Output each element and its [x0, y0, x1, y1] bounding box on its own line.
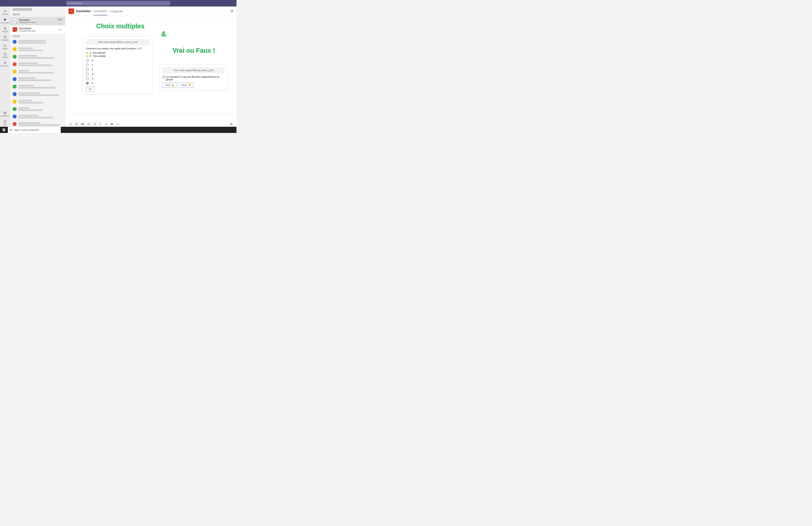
- chat-row-placeholder[interactable]: [10, 38, 65, 45]
- global-search[interactable]: Rechercher: [66, 1, 170, 5]
- presence-icon: [16, 22, 17, 24]
- rail-apps[interactable]: Applications: [0, 110, 10, 118]
- rail-teamgether[interactable]: TeamGeth…: [0, 59, 10, 68]
- stream-icon[interactable]: [111, 123, 113, 126]
- chat-list-header: [10, 6, 65, 12]
- chat-row-placeholder[interactable]: [10, 83, 65, 90]
- chat-row-placeholder[interactable]: [10, 105, 65, 113]
- chat-row-placeholder[interactable]: [10, 75, 65, 83]
- svg-point-29: [75, 123, 78, 125]
- thumbs-up-icon: 👍: [171, 84, 174, 86]
- radio-option-1[interactable]: 1: [86, 63, 149, 67]
- rail-activity[interactable]: Activité: [0, 8, 10, 16]
- rail-teams[interactable]: Équipes: [0, 25, 10, 34]
- point-right-icon: 👉: [86, 55, 89, 57]
- gif-icon[interactable]: GIF: [81, 123, 85, 126]
- more-icon[interactable]: •••: [116, 123, 120, 126]
- svg-rect-14: [5, 112, 6, 113]
- popout-icon[interactable]: [230, 10, 233, 13]
- conversation-title: TeamGether: [76, 10, 91, 13]
- radio-option-0[interactable]: 0: [86, 59, 149, 62]
- radio-label: 2: [92, 68, 93, 71]
- chat-title: TeamGether: [19, 27, 62, 30]
- avatar-placeholder: [13, 62, 17, 66]
- rail-calendar[interactable]: Calendrier: [0, 34, 10, 42]
- rail-calls[interactable]: Appels: [0, 42, 10, 51]
- ok-button[interactable]: OK: [86, 87, 95, 91]
- taskbar-rest: [61, 127, 236, 133]
- avatar-placeholder: [13, 115, 17, 118]
- true-button[interactable]: VRAI 👍: [162, 83, 177, 88]
- chat-row-placeholder[interactable]: [10, 60, 65, 68]
- send-icon[interactable]: [229, 123, 233, 126]
- radio-option-2[interactable]: 2: [86, 68, 149, 71]
- svg-rect-42: [3, 129, 4, 130]
- chat-row-placeholder[interactable]: [10, 120, 65, 127]
- svg-rect-16: [5, 113, 6, 114]
- conversation-body: Choix multiples & Vrai ou Faux ! Pour vo…: [65, 16, 236, 114]
- tab-about[interactable]: À propos de: [110, 7, 122, 15]
- question-text: Comment vous sentez-vous après cette for…: [86, 47, 149, 50]
- rail-label: Applications: [1, 115, 10, 117]
- emoji-icon[interactable]: [75, 123, 78, 126]
- svg-text:GIF: GIF: [82, 124, 84, 125]
- app-rail: Activité Conversation Équipes Calendrier…: [0, 6, 10, 127]
- rail-files[interactable]: Fichiers: [0, 51, 10, 59]
- svg-rect-41: [113, 123, 113, 125]
- rail-label: Conversation: [0, 22, 10, 24]
- windows-taskbar: Taper ici pour rechercher: [0, 127, 236, 133]
- message-input[interactable]: [69, 115, 233, 121]
- radio-icon: [86, 77, 89, 80]
- speech-icon: [139, 47, 142, 50]
- rail-label: Appels: [3, 48, 8, 49]
- avatar-placeholder: [13, 85, 17, 88]
- start-button[interactable]: [0, 127, 8, 133]
- taskbar-search-placeholder: Taper ici pour rechercher: [14, 129, 39, 131]
- svg-point-19: [15, 21, 15, 21]
- chat-row-placeholder[interactable]: [10, 98, 65, 105]
- priority-icon[interactable]: [93, 123, 96, 126]
- chat-row-teammate[interactable]: TeamMate A envoyé une carte 29/04: [10, 17, 65, 25]
- rail-label: Équipes: [2, 30, 8, 32]
- approval-icon[interactable]: [99, 123, 102, 126]
- avatar-placeholder: [13, 107, 17, 111]
- bot-avatar: [69, 9, 74, 14]
- legend-high: 👉5 - Très satisfait: [86, 55, 149, 57]
- avatar-placeholder: [13, 47, 17, 51]
- chat-row-placeholder[interactable]: [10, 68, 65, 75]
- tf-question: 2 La motivation n'a pas de rôle dans l'a…: [162, 75, 224, 81]
- chat-row-placeholder[interactable]: [10, 113, 65, 120]
- more-icon[interactable]: •••: [59, 28, 62, 31]
- false-button[interactable]: FAUX 👎: [179, 83, 193, 88]
- chat-row-placeholder[interactable]: [10, 53, 65, 60]
- chat-icon: [3, 18, 7, 22]
- loop-icon[interactable]: [105, 123, 107, 126]
- card-true-false: Pour votre équipe Effency_teams_prod 2 L…: [159, 65, 228, 90]
- presence-icon: [73, 13, 75, 15]
- chat-list: TeamMate A envoyé une carte 29/04 TeamGe…: [10, 6, 65, 127]
- svg-rect-15: [4, 113, 5, 114]
- compose-area: GIF •••: [65, 114, 236, 127]
- taskbar-search[interactable]: Taper ici pour rechercher: [8, 127, 61, 133]
- rail-label: Aide: [3, 124, 7, 126]
- radio-option-5[interactable]: 5: [86, 82, 149, 85]
- tab-conversation[interactable]: Conversation: [93, 7, 107, 15]
- radio-option-4[interactable]: 4: [86, 77, 149, 80]
- radio-option-3[interactable]: 3: [86, 73, 149, 75]
- rail-help[interactable]: Aide: [0, 118, 10, 127]
- chat-row-placeholder[interactable]: [10, 45, 65, 53]
- compose-toolbar: GIF •••: [69, 121, 233, 126]
- svg-point-12: [5, 61, 5, 62]
- rail-conversation[interactable]: Conversation: [0, 16, 10, 25]
- svg-point-10: [5, 63, 5, 63]
- help-icon: [3, 120, 7, 123]
- svg-point-30: [76, 124, 76, 124]
- chat-row-teamgether[interactable]: TeamGether A envoyé une carte •••: [10, 25, 65, 34]
- svg-point-37: [100, 123, 101, 124]
- format-icon[interactable]: [69, 123, 72, 126]
- chat-row-placeholder[interactable]: [10, 90, 65, 98]
- chat-subtitle: A envoyé une carte: [19, 30, 62, 32]
- rail-label: TeamGeth…: [0, 65, 10, 67]
- card-multiple-choice: Pour votre équipe Effency_teams_prod Com…: [83, 37, 153, 94]
- sticker-icon[interactable]: [87, 123, 90, 126]
